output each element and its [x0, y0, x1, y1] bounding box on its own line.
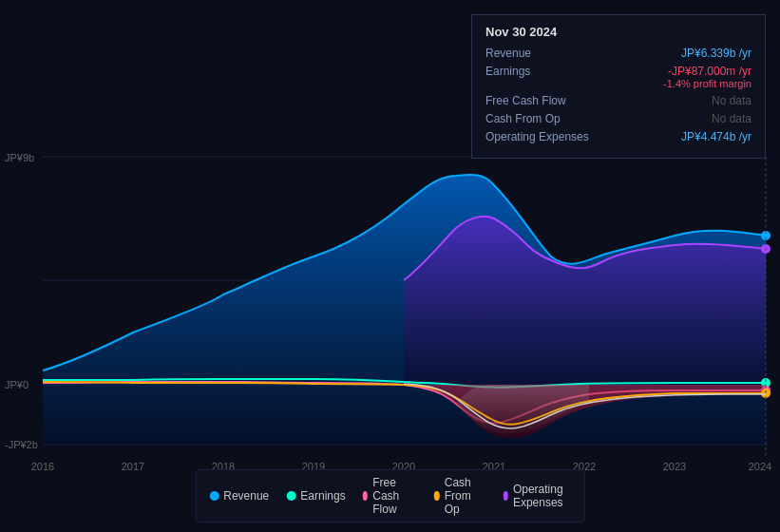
tooltip-label-cashop: Cash From Op — [485, 112, 599, 125]
legend-label-opex: Operating Expenses — [513, 483, 571, 509]
tooltip-label-opex: Operating Expenses — [485, 130, 599, 143]
legend-label-fcf: Free Cash Flow — [372, 476, 417, 516]
legend-item-opex[interactable]: Operating Expenses — [503, 483, 570, 509]
legend-dot-cashop — [434, 491, 440, 501]
tooltip-label-revenue: Revenue — [485, 47, 599, 60]
legend-item-cashop[interactable]: Cash From Op — [434, 476, 485, 516]
svg-text:JP¥0: JP¥0 — [5, 379, 29, 390]
tooltip-profit-margin: -1.4% profit margin — [663, 78, 751, 89]
legend-label-revenue: Revenue — [223, 489, 269, 503]
legend-dot-revenue — [209, 491, 219, 501]
svg-text:2024: 2024 — [749, 461, 771, 472]
legend-label-earnings: Earnings — [300, 489, 345, 503]
svg-text:-JP¥2b: -JP¥2b — [5, 439, 38, 450]
svg-text:2023: 2023 — [663, 461, 686, 472]
svg-text:2016: 2016 — [31, 461, 54, 472]
tooltip-label-fcf: Free Cash Flow — [485, 94, 599, 107]
chart-legend: Revenue Earnings Free Cash Flow Cash Fro… — [195, 469, 585, 522]
legend-label-cashop: Cash From Op — [445, 476, 486, 516]
tooltip-row-fcf: Free Cash Flow No data — [485, 94, 751, 107]
tooltip-row-cashop: Cash From Op No data — [485, 112, 751, 125]
svg-text:2017: 2017 — [122, 461, 144, 472]
tooltip-value-opex: JP¥4.474b /yr — [681, 130, 751, 143]
tooltip-row-opex: Operating Expenses JP¥4.474b /yr — [485, 130, 751, 143]
tooltip-date: Nov 30 2024 — [485, 25, 751, 39]
legend-dot-earnings — [286, 491, 295, 501]
tooltip-value-earnings: -JP¥87.000m /yr -1.4% profit margin — [663, 65, 751, 89]
tooltip-label-earnings: Earnings — [485, 65, 599, 78]
tooltip-value-fcf: No data — [712, 94, 751, 107]
tooltip-row-earnings: Earnings -JP¥87.000m /yr -1.4% profit ma… — [485, 65, 751, 89]
legend-item-fcf[interactable]: Free Cash Flow — [363, 476, 418, 516]
legend-item-revenue[interactable]: Revenue — [209, 489, 269, 503]
svg-text:JP¥9b: JP¥9b — [5, 152, 34, 163]
tooltip-row-revenue: Revenue JP¥6.339b /yr — [485, 47, 751, 60]
tooltip-panel: Nov 30 2024 Revenue JP¥6.339b /yr Earnin… — [471, 14, 766, 159]
tooltip-value-revenue: JP¥6.339b /yr — [681, 47, 751, 60]
legend-dot-fcf — [363, 491, 369, 501]
legend-dot-opex — [503, 491, 508, 501]
legend-item-earnings[interactable]: Earnings — [286, 489, 345, 503]
tooltip-value-cashop: No data — [712, 112, 751, 125]
